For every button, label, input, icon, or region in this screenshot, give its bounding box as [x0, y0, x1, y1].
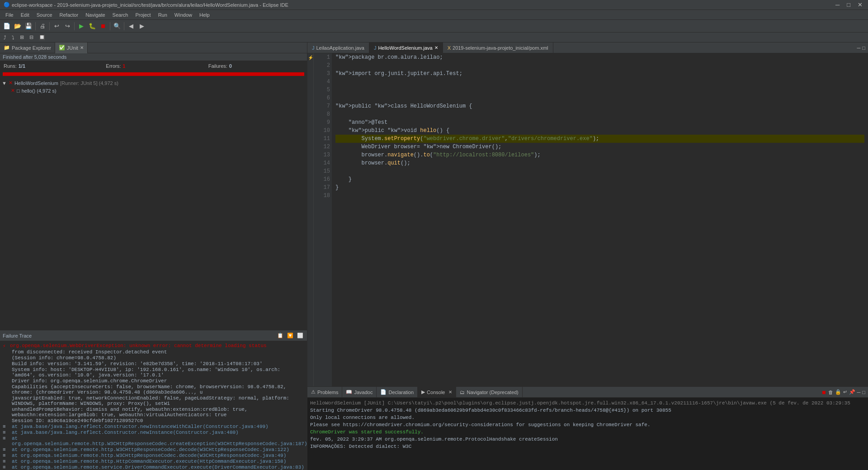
line-number-14: 14	[316, 159, 330, 167]
trace-link-11[interactable]: at java.base/java.lang.reflect.Construct…	[12, 430, 239, 435]
tab-navigator[interactable]: 🗂 Navigator (Deprecated)	[456, 387, 522, 398]
title-bar-controls[interactable]: ─ □ ✕	[834, 1, 864, 8]
failure-trace-content[interactable]: ⚡org.openqa.selenium.WebDriverException:…	[0, 341, 307, 470]
line-number-2: 2	[316, 61, 330, 70]
new-button[interactable]: 📄	[2, 21, 12, 31]
trace-link-16[interactable]: at org.openqa.selenium.remote.service.Dr…	[12, 465, 304, 470]
failures-value: 0	[229, 63, 232, 69]
close-button[interactable]: ✕	[856, 1, 864, 8]
code-line-11: System.setProperty("webdriver.chrome.dri…	[335, 135, 864, 143]
console-word-wrap-btn[interactable]: ↵	[842, 389, 848, 395]
trace-error-icon: ⚡	[3, 343, 8, 349]
sec-btn-5[interactable]: 🔲	[37, 33, 47, 42]
sec-btn-4[interactable]: ⊟	[28, 33, 35, 42]
line-number-9: 9	[316, 118, 330, 127]
prev-edit-button[interactable]: ◀	[126, 21, 136, 31]
console-content[interactable]: HelloWordSelenium [JUnit] C:\Users\tatyi…	[307, 398, 868, 470]
tab-console[interactable]: ▶ Console ✕	[418, 387, 456, 398]
menu-navigate[interactable]: Navigate	[82, 10, 108, 20]
menu-search[interactable]: Search	[109, 10, 132, 20]
tab-javadoc[interactable]: 📖 Javadoc	[342, 387, 377, 398]
console-pin-btn[interactable]: 📌	[848, 389, 856, 395]
junit-tab-close[interactable]: ✕	[80, 45, 84, 50]
editor-maximize-btn[interactable]: □	[861, 45, 866, 51]
tab-junit[interactable]: ✅ JUnit ✕	[55, 42, 88, 53]
menu-file[interactable]: File	[2, 10, 17, 20]
undo-button[interactable]: ↩	[52, 21, 61, 31]
menu-project[interactable]: Project	[132, 10, 154, 20]
tab-declaration[interactable]: 📄 Declaration	[377, 387, 418, 398]
console-scroll-lock-btn[interactable]: 🔒	[834, 389, 842, 395]
tab-leilao-app[interactable]: J LeilaoApplication.java	[307, 42, 369, 53]
junit-test-suite[interactable]: ▼ ✕ HelloWordSelenium [Runner: JUnit 5] …	[2, 79, 305, 87]
code-line-8	[335, 110, 864, 118]
console-clear-btn[interactable]: 🗑	[827, 390, 834, 395]
line-number-1: 1	[316, 53, 330, 61]
maximize-button[interactable]: □	[845, 1, 852, 8]
console-stop-btn[interactable]: ⏹	[821, 390, 827, 395]
trace-line-13[interactable]: ≡at org.openqa.selenium.remote.http.W3CH…	[3, 447, 304, 452]
line-number-12: 12	[316, 143, 330, 151]
trace-text-0: org.openqa.selenium.WebDriverException: …	[10, 343, 267, 348]
minimize-button[interactable]: ─	[834, 1, 841, 8]
error-icon: ✕	[9, 80, 13, 86]
failure-trace-panel: Failure Trace 📋 🔽 ⬜ ⚡org.openqa.selenium…	[0, 330, 307, 470]
sec-btn-3[interactable]: ⊞	[18, 33, 26, 42]
next-edit-button[interactable]: ▶	[137, 21, 147, 31]
debug-button[interactable]: 🐛	[87, 21, 97, 31]
trace-indent-icon: ≡	[3, 459, 10, 464]
trace-line-11[interactable]: ≡at java.base/java.lang.reflect.Construc…	[3, 430, 304, 435]
trace-line-12[interactable]: ≡at org.openqa.selenium.remote.http.W3CH…	[3, 436, 304, 446]
junit-test-case[interactable]: ✕ □ hello() (4,972 s)	[2, 87, 305, 94]
search-button[interactable]: 🔍	[112, 21, 122, 31]
trace-text-3: Build info: version: '3.141.59', revisio…	[12, 361, 263, 367]
trace-expand-btn[interactable]: ⬜	[296, 333, 304, 338]
trace-link-10[interactable]: at java.base/java.lang.reflect.Construct…	[12, 424, 269, 429]
trace-copy-btn[interactable]: 📋	[276, 333, 284, 338]
code-line-4	[335, 78, 864, 86]
print-button[interactable]: 🖨	[38, 21, 47, 31]
errors-label: Errors:	[106, 63, 121, 69]
trace-link-12[interactable]: at org.openqa.selenium.remote.http.W3CHt…	[12, 436, 307, 446]
trace-indent-icon: ≡	[3, 447, 10, 452]
line-number-5: 5	[316, 86, 330, 94]
title-bar: 🔵 eclipse-workspace - 2019-selenium-java…	[0, 0, 868, 10]
trace-line-10[interactable]: ≡at java.base/java.lang.reflect.Construc…	[3, 424, 304, 429]
stop-button[interactable]: ⏹	[98, 21, 108, 31]
redo-button[interactable]: ↪	[62, 21, 72, 31]
run-button[interactable]: ▶	[76, 21, 86, 31]
hello-tab-close[interactable]: ✕	[434, 45, 438, 50]
trace-line-15[interactable]: ≡at org.openqa.selenium.remote.http.Http…	[3, 459, 304, 464]
open-button[interactable]: 📂	[13, 21, 23, 31]
editor-minimize-btn[interactable]: ─	[856, 45, 862, 51]
sec-btn-2[interactable]: ⤵	[10, 33, 16, 42]
console-tab-close[interactable]: ✕	[448, 390, 452, 395]
junit-icon: ✅	[59, 45, 65, 51]
trace-line-16[interactable]: ≡at org.openqa.selenium.remote.service.D…	[3, 465, 304, 470]
trace-link-15[interactable]: at org.openqa.selenium.remote.http.HttpC…	[12, 459, 286, 464]
tab-problems[interactable]: ⚠ Problems	[307, 387, 342, 398]
menu-refactor[interactable]: Refactor	[56, 10, 82, 20]
menu-help[interactable]: Help	[196, 10, 213, 20]
menu-run[interactable]: Run	[155, 10, 171, 20]
menu-source[interactable]: Source	[33, 10, 56, 20]
toolbar-sep-2	[49, 22, 50, 30]
tab-package-explorer[interactable]: 📁 Package Explorer	[0, 42, 55, 53]
toolbar-sep-5	[124, 22, 124, 30]
menu-edit[interactable]: Edit	[17, 10, 33, 20]
trace-indent-icon: ≡	[3, 436, 10, 441]
menu-window[interactable]: Window	[171, 10, 196, 20]
save-button[interactable]: 💾	[24, 21, 33, 31]
sec-btn-1[interactable]: ⤴	[2, 33, 8, 42]
bottom-maximize-btn[interactable]: □	[861, 390, 866, 395]
editor-tabs: J LeilaoApplication.java J HelloWordSele…	[307, 42, 868, 53]
trace-link-13[interactable]: at org.openqa.selenium.remote.http.W3CHt…	[12, 447, 289, 452]
bottom-minimize-btn[interactable]: ─	[856, 390, 862, 395]
tab-pom[interactable]: X 2019-selenium-java-projeto_inicial/pom…	[443, 42, 553, 53]
trace-link-14[interactable]: at org.openqa.selenium.remote.http.W3CHt…	[12, 453, 286, 458]
tab-hello-word[interactable]: J HelloWordSelenium.java ✕	[369, 42, 443, 53]
trace-filter-btn[interactable]: 🔽	[286, 333, 294, 338]
trace-line-14[interactable]: ≡at org.openqa.selenium.remote.http.W3CH…	[3, 453, 304, 458]
bottom-tabs: ⚠ Problems 📖 Javadoc 📄 Declaration ▶ Con…	[307, 387, 868, 398]
code-editor[interactable]: "kw">package br.com.alura.leilao; "kw">i…	[332, 53, 868, 386]
